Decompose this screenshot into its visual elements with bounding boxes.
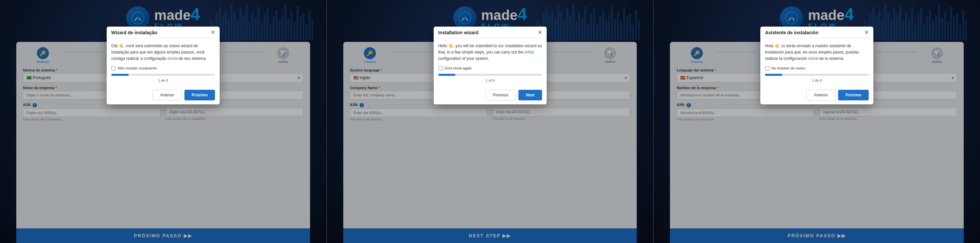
- panel-portuguese: made4 FLOW Sua solução em Netflow 🔑 Empr…: [0, 0, 326, 243]
- progress-bar-container-en: [438, 74, 542, 76]
- dialog-header-en: Installation wizard ✕: [434, 27, 547, 38]
- dialog-footer-en: Previous Next: [434, 90, 547, 104]
- dialog-es: Asistente de instalación ✕ Hola 👋, tu se…: [760, 27, 873, 104]
- dont-show-checkbox-es[interactable]: [765, 66, 769, 70]
- dont-show-checkbox-pt[interactable]: [111, 66, 116, 70]
- panel-english: made4 FLOW Sua solução em Netflow 🔑 Comp…: [326, 0, 653, 243]
- progress-bar-container-pt: [111, 74, 215, 76]
- progress-text-es: 1 de 6: [765, 78, 869, 83]
- dialog-body-pt: Olá 👋, você será submetido ao nosso wiza…: [107, 38, 220, 90]
- dialog-text-en: Hello 👋, you will be submitted to our in…: [438, 43, 542, 62]
- dialog-close-en[interactable]: ✕: [538, 30, 542, 35]
- dont-show-checkbox-en[interactable]: [438, 66, 443, 70]
- dialog-pt: Wizard de instalação ✕ Olá 👋, você será …: [107, 27, 220, 104]
- dialog-footer-es: Anterior Próximo: [760, 90, 873, 104]
- progress-bar-fill-es: [765, 74, 782, 76]
- highlight-en: initial: [525, 50, 534, 54]
- progress-bar-container-es: [765, 74, 869, 76]
- dialog-close-es[interactable]: ✕: [864, 30, 869, 35]
- dialog-header-pt: Wizard de instalação ✕: [107, 27, 220, 38]
- checkbox-row-es: No mostrar de nuevo: [765, 66, 869, 70]
- highlight-pt: inicial: [167, 56, 177, 61]
- dialog-overlay-pt: Wizard de instalação ✕ Olá 👋, você será …: [0, 0, 326, 243]
- prev-btn-es[interactable]: Anterior: [806, 90, 835, 100]
- next-btn-es[interactable]: Próximo: [838, 90, 869, 100]
- next-btn-en[interactable]: Next: [519, 90, 542, 100]
- dialog-overlay-es: Asistente de instalación ✕ Hola 👋, tu se…: [654, 0, 980, 243]
- dialog-close-pt[interactable]: ✕: [211, 30, 215, 35]
- dialog-overlay-en: Installation wizard ✕ Hello 👋, you will …: [327, 0, 653, 243]
- progress-bar-fill-en: [438, 74, 456, 76]
- progress-bar-fill-pt: [111, 74, 129, 76]
- progress-text-en: 1 of 6: [438, 78, 542, 83]
- checkbox-label-en: Dont show again: [445, 66, 472, 70]
- prev-btn-pt[interactable]: Anterior: [153, 90, 182, 100]
- progress-text-pt: 1 de 6: [111, 78, 215, 83]
- checkbox-label-pt: Não mostrar novamente: [118, 66, 157, 70]
- dialog-title-pt: Wizard de instalação: [111, 30, 157, 35]
- checkbox-row-en: Dont show again: [438, 66, 542, 70]
- dialog-text-pt: Olá 👋, você será submetido ao nosso wiza…: [111, 43, 215, 62]
- checkbox-label-es: No mostrar de nuevo: [771, 66, 805, 70]
- dialog-footer-pt: Anterior Próximo: [107, 90, 220, 104]
- highlight-es: inicial: [808, 56, 818, 61]
- panel-spanish: made4 FLOW Sua solução em Netflow 🔑 Empr…: [653, 0, 980, 243]
- checkbox-row-pt: Não mostrar novamente: [111, 66, 215, 70]
- dialog-text-es: Hola 👋, tu serás enviado a nuestro asist…: [765, 43, 869, 62]
- dialog-title-en: Installation wizard: [438, 30, 479, 35]
- dialog-en: Installation wizard ✕ Hello 👋, you will …: [434, 27, 547, 104]
- dialog-title-es: Asistente de instalación: [765, 30, 818, 35]
- prev-btn-en[interactable]: Previous: [485, 90, 516, 100]
- next-btn-pt[interactable]: Próximo: [185, 90, 215, 100]
- dialog-header-es: Asistente de instalación ✕: [760, 27, 873, 38]
- dialog-body-es: Hola 👋, tu serás enviado a nuestro asist…: [760, 38, 873, 90]
- dialog-body-en: Hello 👋, you will be submitted to our in…: [434, 38, 547, 90]
